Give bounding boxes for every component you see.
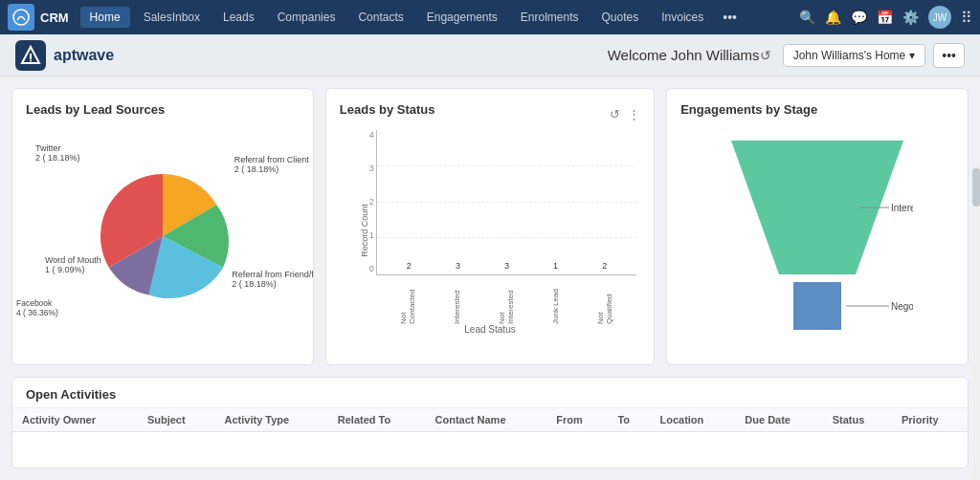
- nav-tab-quotes[interactable]: Quotes: [592, 7, 649, 28]
- bar-chart-actions: ↺ ⋮: [610, 107, 640, 121]
- svg-point-3: [30, 59, 32, 61]
- dropdown-arrow-icon: ▾: [909, 49, 915, 62]
- home-button-label: John Williams's Home: [793, 49, 906, 62]
- funnel-chart-container: Interested Negotiation: [680, 126, 954, 346]
- welcome-message: Welcome John Williams: [608, 47, 760, 63]
- nav-right-actions: 🔍 🔔 💬 📅 ⚙️ JW ⠿: [799, 6, 972, 29]
- home-dropdown-button[interactable]: John Williams's Home ▾: [783, 44, 926, 67]
- x-label-interested: Interested: [433, 281, 481, 328]
- table-header-row: Activity Owner Subject Activity Type Rel…: [12, 408, 968, 432]
- leads-source-title: Leads by Lead Sources: [26, 102, 300, 117]
- col-subject: Subject: [138, 408, 215, 432]
- brand-logo: aptwave: [15, 40, 114, 71]
- main-content: Leads by Lead Sources: [0, 76, 980, 480]
- open-activities-header: Open Activities: [12, 378, 968, 408]
- sub-nav-right: ↺ John Williams's Home ▾ •••: [760, 43, 965, 68]
- leads-by-status-card: Leads by Status ↺ ⋮ Record Count 4 3 2 1…: [325, 88, 655, 365]
- scroll-track[interactable]: [972, 164, 980, 480]
- col-due-date: Due Date: [735, 408, 822, 432]
- engagements-by-stage-card: Engagements by Stage Interested Negotiat…: [666, 88, 969, 365]
- nav-tab-companies[interactable]: Companies: [268, 7, 345, 28]
- nav-tab-enrolments[interactable]: Enrolments: [511, 7, 589, 28]
- pie-chart-container: Twitter2 ( 18.18%) Referral from Client2…: [26, 126, 300, 346]
- y-axis: 4 3 2 1 0: [340, 130, 374, 275]
- bar-chart-area: 2 3 3 1: [376, 130, 636, 275]
- x-label-not-qualified: Not Qualified: [580, 281, 629, 328]
- col-related-to: Related To: [328, 408, 426, 432]
- grid-line-2: [377, 202, 636, 203]
- x-label-not-interested: Not Interested: [481, 281, 530, 328]
- refresh-icon[interactable]: ↺: [760, 48, 771, 63]
- col-location: Location: [650, 408, 735, 432]
- crm-logo-icon: [8, 4, 34, 31]
- col-activity-owner: Activity Owner: [12, 408, 138, 432]
- funnel-chart-svg: Interested Negotiation: [722, 131, 913, 341]
- sub-nav-more-button[interactable]: •••: [933, 43, 965, 68]
- pie-label-referral-friend: Referral from Friend/f2 ( 18.18%): [232, 270, 314, 289]
- x-axis-title: Lead Status: [464, 324, 515, 335]
- grid-icon[interactable]: ⠿: [961, 9, 972, 27]
- pie-label-referral-client: Referral from Client2 ( 18.18%): [234, 155, 309, 174]
- funnel-negotiation: [793, 282, 841, 330]
- nav-tab-home[interactable]: Home: [80, 7, 130, 28]
- bar-value-junk-lead: 1: [553, 261, 558, 271]
- bar-value-not-contacted: 2: [407, 261, 412, 271]
- scroll-thumb[interactable]: [972, 168, 980, 207]
- col-contact-name: Contact Name: [426, 408, 547, 432]
- bar-value-not-interested: 3: [504, 261, 509, 271]
- col-priority: Priority: [892, 408, 968, 432]
- y-tick-0: 0: [369, 264, 374, 273]
- top-navigation: CRM Home SalesInbox Leads Companies Cont…: [0, 0, 980, 34]
- nav-tab-salesinbox[interactable]: SalesInbox: [134, 7, 210, 28]
- x-axis-labels: Not Contacted Interested Not Interested …: [376, 277, 636, 331]
- brand-name: aptwave: [54, 47, 114, 64]
- grid-line-3: [377, 165, 636, 166]
- pie-chart-svg: [86, 160, 239, 313]
- bar-value-not-qualified: 2: [602, 261, 607, 271]
- y-tick-4: 4: [369, 130, 374, 140]
- col-to: To: [608, 408, 650, 432]
- dashboard-row: Leads by Lead Sources: [11, 88, 969, 365]
- user-avatar[interactable]: JW: [928, 6, 951, 29]
- app-logo: CRM: [8, 4, 69, 31]
- y-tick-3: 3: [369, 164, 374, 173]
- col-status: Status: [823, 408, 892, 432]
- bell-icon[interactable]: 🔔: [825, 10, 841, 25]
- funnel-interested-label: Interested: [891, 203, 913, 213]
- chat-icon[interactable]: 💬: [851, 10, 867, 25]
- settings-icon[interactable]: ⚙️: [902, 10, 919, 25]
- nav-tab-contacts[interactable]: Contacts: [348, 7, 412, 28]
- bar-chart-refresh-icon[interactable]: ↺: [610, 107, 620, 121]
- x-label-not-contacted: Not Contacted: [384, 281, 433, 328]
- bar-value-interested: 3: [456, 261, 460, 271]
- nav-tab-leads[interactable]: Leads: [213, 7, 264, 28]
- bar-chart: Record Count 4 3 2 1 0: [340, 130, 640, 331]
- sub-navigation: aptwave Welcome John Williams ↺ John Wil…: [0, 34, 980, 76]
- app-name: CRM: [40, 11, 69, 25]
- brand-logo-box: [15, 40, 46, 71]
- nav-tab-engagements[interactable]: Engagements: [417, 7, 507, 28]
- nav-more-button[interactable]: •••: [717, 6, 743, 29]
- y-tick-2: 2: [369, 197, 374, 207]
- grid-line-1: [377, 237, 636, 238]
- funnel-negotiation-label: Negotiation: [891, 301, 913, 312]
- y-tick-1: 1: [369, 230, 374, 240]
- leads-status-title: Leads by Status: [340, 102, 435, 117]
- leads-by-source-card: Leads by Lead Sources: [11, 88, 314, 365]
- x-label-junk-lead: Junk Lead: [531, 281, 580, 328]
- calendar-icon[interactable]: 📅: [877, 10, 893, 25]
- open-activities-card: Open Activities Activity Owner Subject A…: [11, 377, 969, 469]
- activities-table: Activity Owner Subject Activity Type Rel…: [12, 408, 968, 432]
- pie-label-twitter: Twitter2 ( 18.18%): [35, 143, 80, 163]
- bar-chart-header: Leads by Status ↺ ⋮: [340, 102, 640, 126]
- col-activity-type: Activity Type: [215, 408, 328, 432]
- nav-tab-invoices[interactable]: Invoices: [652, 7, 713, 28]
- engagements-title: Engagements by Stage: [680, 102, 954, 117]
- search-icon[interactable]: 🔍: [799, 10, 815, 25]
- bar-chart-more-icon[interactable]: ⋮: [628, 107, 640, 121]
- col-from: From: [546, 408, 608, 432]
- pie-label-facebook: Facebook4 ( 36.36%): [16, 298, 58, 317]
